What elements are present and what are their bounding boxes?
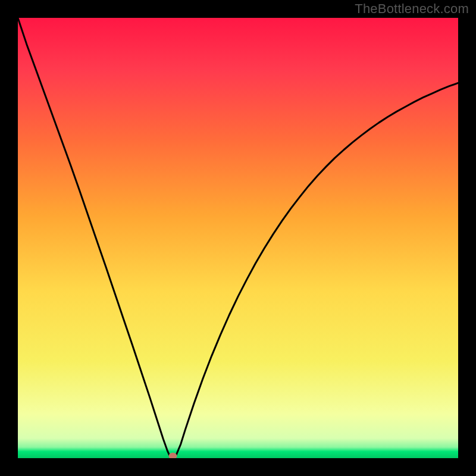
bottleneck-chart	[18, 18, 458, 458]
gradient-background	[18, 18, 458, 458]
watermark-label: TheBottleneck.com	[355, 1, 469, 17]
chart-svg	[18, 18, 458, 458]
